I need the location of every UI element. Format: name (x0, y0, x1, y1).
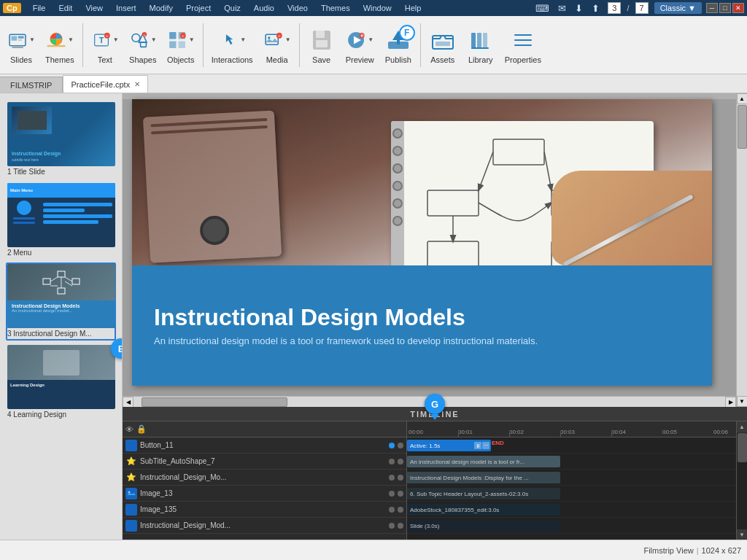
menu-window[interactable]: Window (357, 2, 398, 14)
shapes-arrow[interactable]: ▼ (151, 36, 157, 43)
slide-item-2[interactable]: Main Menu (6, 182, 116, 260)
file-tab[interactable]: PracticeFile.cptx ✕ (63, 75, 148, 93)
h-scroll-thumb[interactable] (142, 397, 287, 407)
slide-2-background: Main Menu (7, 183, 115, 247)
slide-item-1[interactable]: Instructional Design subtitle text here … (6, 101, 116, 179)
slide-item-3[interactable]: Instructional Design Models An instructi… (6, 262, 116, 341)
interactions-arrow[interactable]: ▼ (240, 36, 246, 43)
idm-dot2[interactable] (398, 475, 403, 481)
themes-arrow[interactable]: ▼ (68, 36, 74, 43)
menu-help[interactable]: Help (399, 2, 427, 14)
menu-edit[interactable]: Edit (53, 2, 78, 14)
slide-2-rline4 (43, 220, 98, 224)
menu-modify[interactable]: Modify (144, 2, 179, 14)
filmstrip-tab[interactable]: FILMSTRIP (0, 77, 63, 93)
image13-dot1[interactable] (389, 491, 395, 497)
scroll-thumb[interactable] (738, 105, 747, 149)
svg-text:+: + (143, 31, 146, 36)
menu-file[interactable]: File (27, 2, 52, 14)
track-button11-block[interactable]: Active: 1.5s ⏸ ⋯ (407, 440, 491, 451)
menu-view[interactable]: View (80, 2, 109, 14)
image13-dot2[interactable] (398, 491, 403, 497)
maximize-button[interactable]: □ (719, 3, 731, 13)
slide-3-chart (39, 268, 83, 297)
slide-2-content (7, 198, 115, 247)
image135-dot2[interactable] (398, 507, 403, 513)
toolbar-text[interactable]: T + ▼ Text (87, 23, 123, 67)
slide-item-4[interactable]: Learning Design 4 Learning Design (6, 343, 116, 421)
track-subtitle-block[interactable]: An instructional design model is a tool … (407, 456, 560, 467)
more-btn[interactable]: ⋯ (482, 442, 489, 449)
tab-close-icon[interactable]: ✕ (134, 80, 140, 88)
toolbar-slides[interactable]: ▼ Slides (3, 23, 39, 67)
slide-thumb-4: Learning Design (7, 345, 115, 409)
idm-dot1[interactable] (389, 475, 395, 481)
menu-video[interactable]: Video (282, 2, 314, 14)
button11-dot[interactable] (389, 443, 395, 448)
menu-audio[interactable]: Audio (248, 2, 280, 14)
scroll-left-arrow[interactable]: ◀ (123, 397, 133, 408)
menu-project[interactable]: Project (180, 2, 217, 14)
timeline-labels-panel: 👁 🔒 Button_11 ⭐ SubTitle_AutoShape_7 (123, 421, 407, 540)
view-mode-button[interactable]: Classic ▼ (654, 2, 702, 14)
spiral-dot-5 (392, 198, 403, 209)
svg-rect-38 (471, 33, 476, 49)
tick-2 (509, 431, 510, 437)
media-arrow[interactable]: ▼ (285, 36, 291, 43)
slide-3-footer: Instructional Design Models An instructi… (7, 300, 115, 328)
track-idm-block[interactable]: Instructional Design Models :Display for… (407, 472, 560, 483)
canvas-footer: Instructional Design Models An instructi… (132, 265, 712, 386)
media-icon: + ▼ (263, 26, 291, 54)
pause-btn[interactable]: ⏸ (474, 442, 481, 449)
toolbar-assets[interactable]: Assets (425, 23, 461, 67)
menu-insert[interactable]: Insert (110, 2, 142, 14)
objects-arrow[interactable]: ▼ (189, 36, 195, 43)
image135-dot1[interactable] (389, 507, 395, 513)
idmod-dot1[interactable] (389, 523, 395, 529)
scroll-right-arrow[interactable]: ▶ (725, 397, 736, 408)
toolbar-shapes[interactable]: + ▼ Shapes (125, 23, 161, 67)
menu-quiz[interactable]: Quiz (218, 2, 247, 14)
subtitle-dot2[interactable] (398, 459, 403, 464)
idmod-icon (125, 520, 137, 532)
timeline-vscrollbar[interactable]: ▲ ▼ (736, 421, 747, 540)
slide-3-photo (7, 264, 115, 300)
slide-4-img-placeholder (43, 350, 80, 376)
scroll-down-arrow[interactable]: ▼ (737, 396, 748, 407)
vertical-scrollbar[interactable]: ▲ ▼ (736, 93, 747, 407)
slide-4-footer: Learning Design (7, 380, 115, 409)
close-button[interactable]: ✕ (732, 3, 744, 13)
tl-scroll-down[interactable]: ▼ (737, 529, 747, 540)
toolbar-library[interactable]: Library (462, 23, 499, 67)
lock-icon[interactable]: 🔒 (136, 424, 147, 434)
toolbar-preview[interactable]: ▼ ▼ Preview (341, 23, 379, 67)
toolbar-themes[interactable]: ▼ Themes (41, 23, 79, 67)
canvas-area[interactable]: Instructional Design Models An instructi… (123, 93, 747, 407)
toolbar-save[interactable]: Save (303, 23, 340, 67)
track-image13-block[interactable]: 6. Sub Topic Header Layout_2-assets-02:3… (407, 488, 560, 499)
toolbar-publish[interactable]: F Publish (380, 23, 417, 67)
tl-scroll-thumb[interactable] (738, 433, 747, 462)
menu-themes[interactable]: Themes (315, 2, 356, 14)
tl-scroll-up[interactable]: ▲ (737, 421, 747, 432)
objects-icon: + ▼ (167, 26, 195, 54)
toolbar-properties[interactable]: Properties (500, 23, 546, 67)
view-mode-arrow: ▼ (688, 4, 696, 12)
minimize-button[interactable]: ─ (706, 3, 718, 13)
toolbar-interactions[interactable]: ▼ Interactions (207, 23, 258, 67)
idmod-dot2[interactable] (398, 523, 403, 529)
separator-3 (299, 23, 300, 67)
eye-icon[interactable]: 👁 (125, 425, 133, 434)
preview-arrow[interactable]: ▼ (368, 36, 374, 43)
svg-rect-41 (471, 47, 489, 49)
track-idmod-block[interactable]: Slide (3.0s) (407, 520, 560, 532)
subtitle-dot1[interactable] (389, 459, 395, 464)
toolbar-objects[interactable]: + ▼ Objects (163, 23, 199, 67)
slides-arrow[interactable]: ▼ (29, 36, 35, 43)
button11-dot2[interactable] (398, 443, 403, 448)
svg-rect-19 (178, 41, 185, 47)
toolbar-media[interactable]: + ▼ Media (259, 23, 295, 67)
track-image135-block[interactable]: AdobeStock_180837355_edit:3.0s (407, 504, 560, 516)
text-arrow[interactable]: ▼ (113, 36, 119, 43)
scroll-up-arrow[interactable]: ▲ (737, 93, 748, 104)
